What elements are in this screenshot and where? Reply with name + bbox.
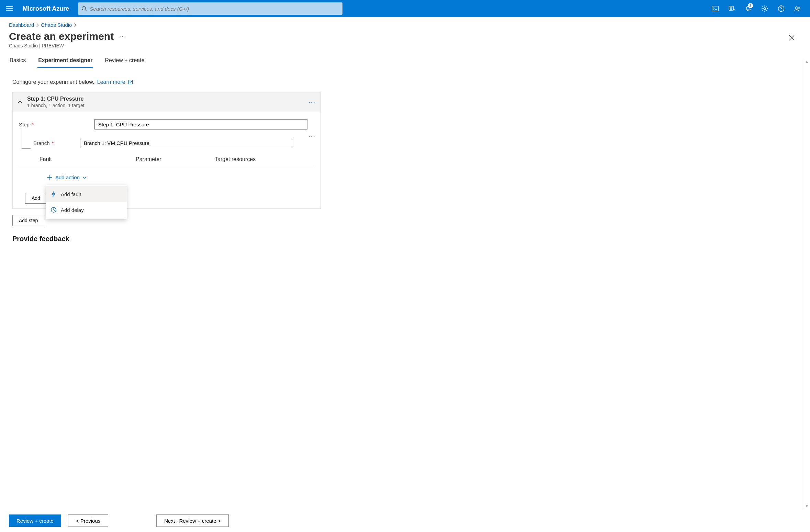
clock-icon [50, 207, 57, 213]
brand-label[interactable]: Microsoft Azure [19, 5, 75, 12]
tab-experiment-designer[interactable]: Experiment designer [37, 55, 93, 68]
add-delay-item[interactable]: Add delay [46, 202, 127, 218]
page-header: Create an experiment ··· Chaos Studio | … [0, 31, 810, 55]
branch-label: Branch * [19, 140, 80, 146]
step-label: Step * [19, 122, 94, 127]
breadcrumb-dashboard[interactable]: Dashboard [9, 22, 34, 28]
hamburger-icon [6, 6, 13, 11]
svg-line-1 [85, 10, 87, 11]
hamburger-menu[interactable] [3, 2, 16, 15]
chevron-down-icon [82, 176, 87, 180]
external-link-icon [128, 80, 133, 84]
fault-table-header: Fault Parameter Target resources [19, 156, 314, 166]
breadcrumb-chaos-studio[interactable]: Chaos Studio [41, 22, 72, 28]
close-icon [789, 35, 795, 41]
add-step-button[interactable]: Add step [12, 215, 44, 226]
learn-more-link[interactable]: Learn more [97, 79, 133, 85]
chevron-right-icon [74, 23, 77, 27]
svg-point-4 [764, 8, 766, 10]
col-fault: Fault [40, 156, 136, 162]
scroll-up-icon[interactable]: ▲ [804, 58, 810, 65]
global-search[interactable] [78, 2, 342, 15]
add-action-button[interactable]: Add action [46, 172, 88, 182]
tab-review-create[interactable]: Review + create [104, 55, 145, 68]
lightning-icon [50, 191, 57, 197]
notifications-icon[interactable]: 2 [741, 2, 756, 15]
svg-rect-2 [712, 6, 718, 11]
previous-button[interactable]: < Previous [68, 514, 108, 527]
chevron-up-icon [18, 100, 22, 104]
intro-text-row: Configure your experiment below. Learn m… [12, 79, 321, 85]
tab-basics[interactable]: Basics [9, 55, 26, 68]
directory-filter-icon[interactable] [724, 2, 739, 15]
chevron-right-icon [36, 23, 39, 27]
search-input[interactable] [90, 6, 339, 12]
plus-icon [47, 175, 53, 180]
add-action-dropdown: Add fault Add delay [46, 185, 127, 219]
step-header-title: Step 1: CPU Pressure [27, 96, 85, 102]
branch-more-menu[interactable]: ··· [308, 133, 316, 140]
close-blade-button[interactable] [786, 32, 798, 44]
wizard-tabs: Basics Experiment designer Review + crea… [0, 55, 810, 68]
add-delay-label: Add delay [61, 207, 84, 213]
col-target-resources: Target resources [215, 156, 314, 162]
step-name-input[interactable] [94, 119, 307, 129]
designer-content: Configure your experiment below. Learn m… [0, 68, 330, 246]
topbar-actions: 2 [708, 2, 807, 15]
add-fault-item[interactable]: Add fault [46, 186, 127, 202]
azure-topbar: Microsoft Azure 2 [0, 0, 810, 17]
page-title: Create an experiment [9, 31, 114, 42]
branch-name-row: Branch * ··· [19, 138, 314, 148]
add-fault-label: Add fault [61, 191, 81, 197]
breadcrumb: Dashboard Chaos Studio [0, 17, 810, 31]
next-button[interactable]: Next : Review + create > [156, 514, 228, 527]
scrollbar[interactable]: ▲ ▼ [804, 58, 810, 509]
svg-point-0 [82, 7, 86, 10]
step-name-row: Step * [19, 119, 314, 129]
step-card: Step 1: CPU Pressure 1 branch, 1 action,… [12, 92, 321, 209]
notification-badge: 2 [748, 3, 753, 8]
provide-feedback-heading: Provide feedback [12, 235, 321, 243]
help-icon[interactable] [774, 2, 789, 15]
wizard-footer: Review + create < Previous Next : Review… [0, 509, 810, 532]
step-more-menu[interactable]: ··· [308, 99, 316, 106]
intro-text: Configure your experiment below. [12, 79, 94, 85]
add-branch-button[interactable]: Add [25, 193, 47, 204]
scroll-down-icon[interactable]: ▼ [804, 503, 810, 509]
step-card-header[interactable]: Step 1: CPU Pressure 1 branch, 1 action,… [13, 92, 320, 112]
add-action-label: Add action [55, 174, 80, 180]
collapse-toggle[interactable] [18, 100, 22, 104]
search-icon [81, 6, 87, 11]
col-parameter: Parameter [136, 156, 215, 162]
feedback-icon[interactable] [790, 2, 805, 15]
review-create-button[interactable]: Review + create [9, 514, 61, 527]
cloud-shell-icon[interactable] [708, 2, 723, 15]
page-container: Dashboard Chaos Studio Create an experim… [0, 17, 810, 532]
page-subtitle: Chaos Studio | PREVIEW [9, 43, 786, 48]
page-more-menu[interactable]: ··· [119, 33, 126, 40]
branch-name-input[interactable] [80, 138, 293, 148]
settings-icon[interactable] [757, 2, 772, 15]
step-header-subtitle: 1 branch, 1 action, 1 target [27, 103, 85, 108]
svg-point-6 [796, 7, 798, 9]
